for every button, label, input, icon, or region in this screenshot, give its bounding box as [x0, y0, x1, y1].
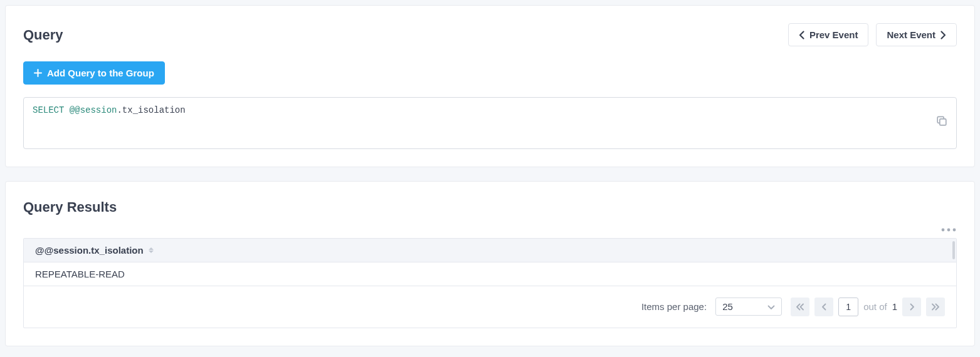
results-table: @@session.tx_isolation REPEATABLE-READ I…: [23, 238, 957, 328]
next-page-button[interactable]: [902, 298, 921, 316]
event-nav: Prev Event Next Event: [788, 23, 957, 46]
chevron-right-icon: [940, 31, 946, 39]
add-query-label: Add Query to the Group: [47, 68, 154, 78]
copy-icon[interactable]: [905, 103, 947, 143]
table-row: REPEATABLE-READ: [24, 262, 956, 286]
chevron-down-icon: [767, 301, 775, 312]
sql-rest: .tx_isolation: [117, 105, 185, 115]
sql-var: @@session: [70, 105, 117, 115]
items-per-page-label: Items per page:: [641, 301, 707, 312]
first-page-button[interactable]: [791, 298, 809, 316]
query-title: Query: [23, 27, 63, 43]
add-query-row: Add Query to the Group: [23, 61, 957, 85]
prev-event-label: Prev Event: [809, 29, 858, 40]
results-panel: Query Results @@session.tx_isolation REP…: [5, 181, 975, 346]
prev-page-button[interactable]: [814, 298, 833, 316]
pager: out of 1: [791, 298, 945, 316]
column-header-label: @@session.tx_isolation: [35, 245, 144, 256]
results-actions-row: [23, 224, 957, 234]
next-event-label: Next Event: [887, 29, 935, 40]
svg-point-4: [953, 228, 956, 231]
cell-value: REPEATABLE-READ: [35, 269, 125, 279]
query-panel: Query Prev Event Next Event Add Query to…: [5, 5, 975, 167]
outof-label: out of: [863, 301, 887, 312]
items-per-page-select[interactable]: 25: [715, 298, 782, 316]
next-event-button[interactable]: Next Event: [876, 23, 957, 46]
svg-rect-1: [940, 119, 946, 125]
sort-icon[interactable]: [149, 247, 154, 253]
add-query-button[interactable]: Add Query to the Group: [23, 61, 165, 85]
query-panel-header: Query Prev Event Next Event: [23, 23, 957, 46]
page-input[interactable]: [838, 298, 858, 316]
total-pages: 1: [892, 301, 897, 312]
last-page-button[interactable]: [926, 298, 945, 316]
sql-keyword: SELECT: [33, 105, 64, 115]
results-column-header[interactable]: @@session.tx_isolation: [24, 239, 956, 262]
chevron-left-icon: [799, 31, 804, 39]
items-per-page-value: 25: [722, 301, 733, 312]
plus-icon: [34, 69, 42, 77]
prev-event-button[interactable]: Prev Event: [788, 23, 869, 46]
results-title: Query Results: [23, 199, 957, 215]
svg-point-2: [942, 228, 945, 231]
svg-point-3: [947, 228, 951, 231]
more-icon[interactable]: [940, 224, 957, 234]
sql-code-box: SELECT @@session.tx_isolation: [23, 97, 957, 149]
results-footer: Items per page: 25 out of 1: [24, 286, 956, 328]
